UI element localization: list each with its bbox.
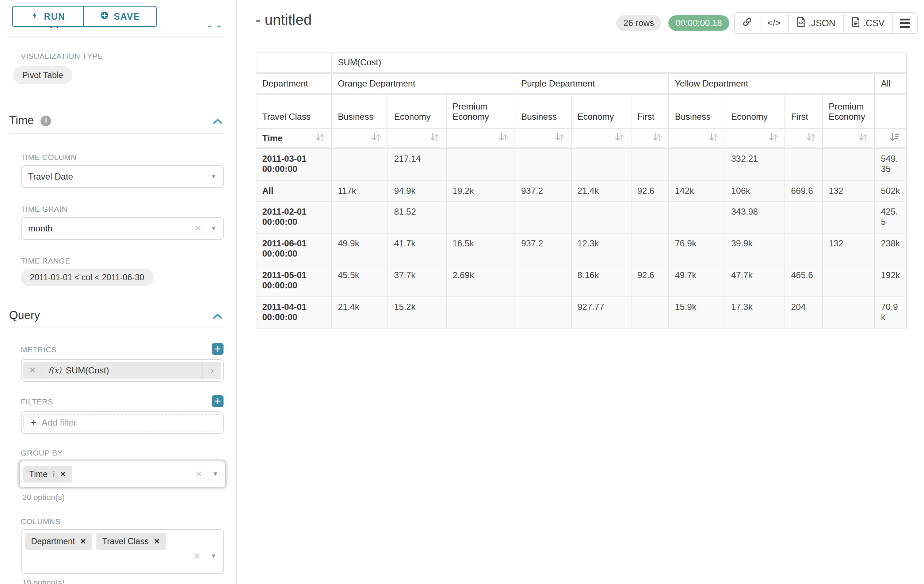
run-button[interactable]: RUN [12, 6, 84, 27]
value-cell: 15.2k [388, 297, 447, 329]
time-grain-select[interactable]: month ✕ ▼ [21, 217, 224, 240]
selected-option-chip[interactable]: Travel Class✕ [96, 533, 166, 550]
panel-resize-handle[interactable] [208, 26, 221, 27]
add-filter-placeholder: Add filter [42, 418, 76, 428]
row-count-badge: 26 rows [616, 15, 662, 31]
remove-chip-icon[interactable]: ✕ [80, 537, 86, 546]
export-csv-label: .CSV [863, 18, 884, 28]
value-cell: 937.2 [515, 181, 572, 202]
visualization-type-pill[interactable]: Pivot Table [13, 66, 72, 84]
save-button[interactable]: SAVE [83, 6, 157, 27]
info-circle-icon[interactable]: i [41, 116, 51, 126]
value-cell: 15.9k [669, 297, 725, 329]
time-column-select[interactable]: Travel Date ▼ [21, 165, 224, 188]
value-cell [515, 149, 572, 181]
clear-icon[interactable]: ✕ [194, 224, 201, 234]
corner-cell [256, 53, 332, 74]
sort-desc-active-icon[interactable] [889, 132, 901, 145]
value-cell: 132 [823, 234, 875, 265]
selected-option-chip[interactable]: Department✕ [25, 533, 92, 550]
value-cell [447, 297, 515, 329]
department-row-label-cell: Department [256, 74, 332, 95]
value-cell [572, 149, 632, 181]
sort-icon[interactable] [707, 132, 719, 145]
value-cell: 937.2 [515, 234, 572, 265]
row-label-cell: All [256, 181, 332, 202]
sort-icon[interactable] [805, 132, 817, 145]
table-row: 2011-04-01 00:00:0021.4k15.2k927.7715.9k… [256, 297, 907, 329]
clear-icon[interactable]: ✕ [195, 469, 203, 479]
value-cell [515, 265, 572, 297]
value-cell: 45.5k [332, 265, 388, 297]
selected-option-chip[interactable]: Timei✕ [23, 466, 72, 482]
class-header-cell: Economy [725, 95, 785, 129]
sort-icon[interactable] [613, 132, 625, 145]
time-column-label: TIME COLUMN [21, 153, 77, 162]
add-filter-plus-button[interactable] [212, 395, 223, 407]
sort-icon[interactable] [497, 132, 510, 145]
metric-pill[interactable]: ✕ f(x) SUM(Cost) › [23, 362, 221, 379]
remove-chip-icon[interactable]: ✕ [60, 470, 66, 479]
export-json-button[interactable]: .JSON [789, 13, 844, 33]
chevron-down-icon[interactable]: ▼ [210, 553, 216, 560]
sort-icon[interactable] [651, 132, 663, 145]
columns-select[interactable]: Department✕Travel Class✕ ✕ ▼ [21, 529, 224, 574]
value-cell [515, 297, 572, 329]
sort-cell [388, 129, 447, 149]
chart-title[interactable]: - untitled [256, 12, 312, 28]
divider [9, 133, 224, 133]
add-filter-dropzone[interactable]: + Add filter [23, 414, 221, 431]
menu-button[interactable] [893, 13, 917, 33]
file-lines-icon [851, 16, 860, 30]
value-cell [632, 234, 669, 265]
value-cell: 204 [785, 297, 823, 329]
sort-icon[interactable] [314, 132, 326, 145]
header-controls: 26 rows 00:00:00.18 </> .JSON . [616, 12, 918, 34]
class-header-cell: First [785, 95, 823, 129]
remove-chip-icon[interactable]: ✕ [154, 537, 160, 546]
chevron-right-icon[interactable]: › [202, 362, 221, 379]
value-cell [632, 202, 669, 234]
remove-metric-icon[interactable]: ✕ [23, 362, 42, 379]
view-query-button[interactable]: </> [761, 13, 789, 33]
sort-icon[interactable] [767, 132, 779, 145]
chevron-down-icon[interactable]: ▼ [212, 470, 218, 478]
query-section-collapse-chevron-up-icon[interactable] [212, 313, 223, 322]
lightning-bolt-icon [31, 11, 40, 22]
value-cell: 117k [332, 181, 388, 202]
group-by-select[interactable]: Timei✕ ✕ ▼ [19, 461, 226, 488]
time-range-pill[interactable]: 2011-01-01 ≤ col < 2011-06-30 [21, 269, 153, 286]
link-chain-icon [742, 17, 752, 29]
table-row: 2011-03-01 00:00:00217.14332.21549.35 [256, 149, 907, 181]
metric-header-cell: SUM(Cost) [332, 53, 907, 74]
value-cell: 502k [875, 181, 907, 202]
value-cell [785, 234, 823, 265]
share-link-button[interactable] [735, 13, 761, 33]
sort-icon[interactable] [428, 132, 441, 145]
row-label-cell: 2011-02-01 00:00:00 [256, 202, 332, 234]
pivot-table: SUM(Cost)DepartmentOrange DepartmentPurp… [256, 52, 907, 329]
value-cell [447, 202, 515, 234]
export-csv-button[interactable]: .CSV [844, 13, 893, 33]
time-grain-label: TIME GRAIN [21, 205, 68, 214]
sort-icon[interactable] [553, 132, 566, 145]
value-cell: 94.9k [388, 181, 447, 202]
sort-cell [332, 129, 388, 149]
value-cell [572, 202, 632, 234]
sort-icon[interactable] [370, 132, 383, 145]
class-header-cell: Business [669, 95, 725, 129]
class-header-cell: Economy [572, 95, 632, 129]
add-metric-button[interactable] [212, 343, 223, 355]
time-range-label: TIME RANGE [21, 257, 71, 265]
table-row: All117k94.9k19.2k937.221.4k92.6142k106k6… [256, 181, 907, 202]
hamburger-menu-icon [900, 19, 910, 28]
save-button-label: SAVE [114, 12, 140, 22]
value-cell: 92.6 [632, 265, 669, 297]
time-section-collapse-chevron-up-icon[interactable] [212, 118, 223, 127]
clear-icon[interactable]: ✕ [193, 551, 201, 561]
value-cell: 238k [875, 234, 907, 265]
value-cell: 2.69k [447, 265, 515, 297]
sort-icon[interactable] [857, 132, 869, 145]
chip-label: Time [29, 469, 48, 479]
filters-control: + Add filter [21, 411, 224, 434]
